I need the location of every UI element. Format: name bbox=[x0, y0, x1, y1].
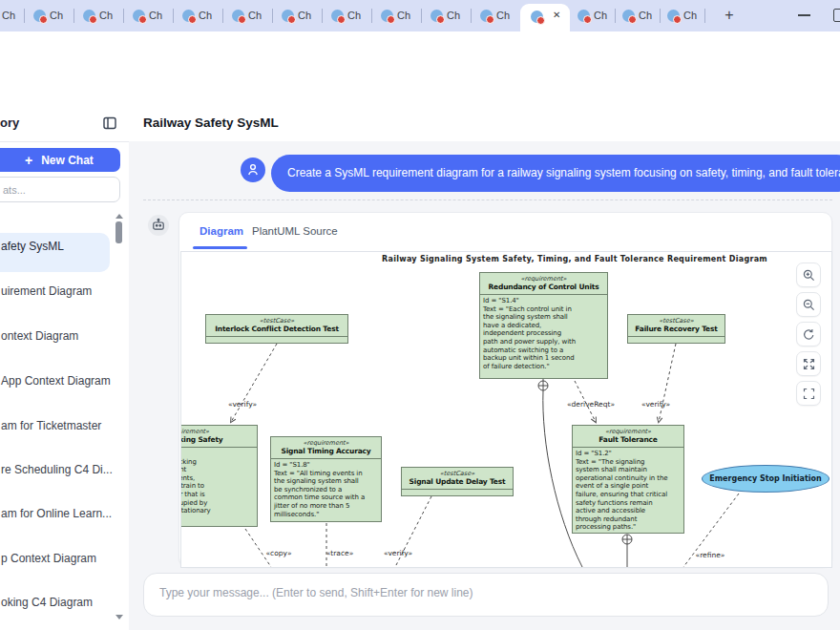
visual-paradigm-favicon bbox=[33, 10, 46, 22]
diagram-title: Railway Signaling System Safety, Timing,… bbox=[365, 255, 785, 263]
diagram-viewport[interactable]: Railway Signaling System Safety, Timing,… bbox=[180, 251, 832, 568]
visual-paradigm-favicon bbox=[480, 10, 493, 22]
tab-separator bbox=[74, 9, 74, 23]
visual-paradigm-favicon bbox=[578, 10, 590, 22]
conversation-title-bar: Railway Safety SysML bbox=[129, 105, 840, 142]
tab-separator bbox=[615, 9, 616, 23]
testcase-box-signal-update-delay: «testCase» Signal Update Delay Test bbox=[401, 467, 514, 496]
requirement-box-fault-tolerance: «requirement» Fault Tolerance Id = "S1.2… bbox=[572, 425, 684, 534]
message-input-container bbox=[143, 573, 829, 617]
edge-label-derivereqt: «deriveReqt» bbox=[567, 400, 615, 409]
search-chats-input[interactable] bbox=[0, 177, 120, 202]
expand-button[interactable] bbox=[796, 351, 821, 376]
assistant-avatar bbox=[148, 215, 169, 236]
visual-paradigm-favicon bbox=[83, 10, 95, 22]
collapse-panel-icon[interactable] bbox=[102, 116, 117, 135]
user-message-bubble: Create a SysML requirement diagram for a… bbox=[271, 155, 840, 192]
visual-paradigm-favicon bbox=[133, 10, 145, 22]
testcase-box-interlock-conflict: «testCase» Interlock Conflict Detection … bbox=[205, 314, 348, 344]
tab-separator bbox=[471, 9, 472, 23]
browser-tab[interactable]: Ch bbox=[578, 0, 625, 32]
requirement-box-interlocking-safety: «requirement» Interlocking Safety Id = "… bbox=[180, 425, 258, 527]
history-header: ory bbox=[0, 105, 129, 142]
visual-paradigm-favicon bbox=[667, 10, 680, 22]
visual-paradigm-favicon bbox=[282, 10, 294, 22]
chat-history-item[interactable]: am for Ticketmaster bbox=[0, 407, 113, 445]
tab-separator bbox=[24, 9, 25, 23]
visual-paradigm-favicon bbox=[430, 10, 443, 22]
zoom-out-button[interactable] bbox=[796, 292, 821, 317]
testcase-box-failure-recovery: «testCase» Failure Recovery Test bbox=[627, 314, 725, 344]
chat-history-item[interactable]: re Scheduling C4 Di... bbox=[0, 451, 113, 489]
tab-separator bbox=[272, 9, 273, 23]
zoom-in-button[interactable] bbox=[796, 262, 821, 287]
message-input[interactable] bbox=[144, 574, 828, 616]
scroll-up-arrow[interactable] bbox=[116, 214, 123, 219]
scroll-down-arrow[interactable] bbox=[116, 615, 123, 620]
conversation-title: Railway Safety SysML bbox=[143, 116, 279, 130]
window-maximize-button[interactable] bbox=[833, 9, 840, 22]
tab-close-icon[interactable]: ✕ bbox=[553, 10, 560, 20]
browser-tab-label[interactable]: Ch bbox=[2, 10, 15, 21]
requirement-box-redundancy: «requirement» Redundancy of Control Unit… bbox=[479, 272, 608, 379]
tab-separator bbox=[371, 9, 372, 23]
chat-history-item[interactable]: afety SysML bbox=[0, 227, 113, 265]
tab-separator bbox=[704, 9, 705, 23]
usecase-ellipse-emergency-stop: Emergency Stop Initiation bbox=[702, 465, 830, 493]
chat-history-item[interactable]: am for Online Learn... bbox=[0, 494, 113, 533]
browser-tab-active[interactable]: ✕ bbox=[520, 4, 570, 32]
tab-diagram[interactable]: Diagram bbox=[200, 225, 243, 237]
assistant-response-card: Diagram PlantUML Source Railway Signalin… bbox=[178, 212, 832, 567]
history-title: ory bbox=[0, 116, 19, 130]
visual-paradigm-favicon bbox=[622, 10, 635, 22]
diagram-controls bbox=[796, 262, 821, 406]
chat-history-item[interactable]: uirement Diagram bbox=[0, 272, 113, 310]
browser-tab[interactable]: Ch bbox=[622, 0, 670, 32]
app-header: atbot al Paradigm AI Assistant for creat… bbox=[0, 65, 840, 106]
user-message-text: Create a SysML requirement diagram for a… bbox=[287, 166, 840, 179]
plus-icon: + bbox=[25, 153, 32, 168]
edge-label-verify: «verify» bbox=[641, 400, 670, 409]
edge-label-copy: «copy» bbox=[266, 549, 292, 557]
chat-history-item[interactable]: App Context Diagram bbox=[0, 362, 113, 400]
tab-separator bbox=[123, 9, 124, 23]
fullscreen-button[interactable] bbox=[796, 381, 821, 406]
sidebar-scrollbar-thumb[interactable] bbox=[116, 221, 122, 243]
history-sidebar: ory + New Chat afety SysML uirement Diag… bbox=[0, 105, 130, 630]
new-tab-button[interactable]: + bbox=[718, 4, 741, 27]
message-divider bbox=[143, 200, 832, 200]
edge-label-verify: «verify» bbox=[228, 400, 257, 409]
visual-paradigm-favicon bbox=[182, 10, 195, 22]
chat-history-item[interactable]: oking C4 Diagram bbox=[0, 583, 113, 621]
tab-separator bbox=[173, 9, 174, 23]
browser-address-bar: ai-toolbox.visual-paradigm.com/app/chatb… bbox=[0, 32, 840, 65]
visual-paradigm-favicon bbox=[531, 10, 543, 23]
browser-tab[interactable]: Ch bbox=[667, 0, 715, 32]
chat-area: Create a SysML requirement diagram for a… bbox=[129, 141, 840, 630]
requirement-box-signal-timing: «requirement» Signal Timing Accuracy Id … bbox=[270, 436, 382, 522]
window-minimize-button[interactable] bbox=[798, 14, 810, 16]
edge-label-verify: «verify» bbox=[384, 549, 412, 557]
browser-tab-strip: Ch Ch Ch Ch Ch Ch Ch Ch Ch Ch Ch ✕ Ch Ch… bbox=[0, 0, 840, 32]
active-tab-underline bbox=[193, 246, 247, 249]
tab-separator bbox=[222, 9, 223, 23]
tab-separator bbox=[660, 9, 661, 23]
edge-label-refine: «refine» bbox=[696, 551, 725, 559]
edge-label-trace: «trace» bbox=[326, 549, 354, 557]
chat-history-item[interactable]: p Context Diagram bbox=[0, 539, 113, 578]
visual-paradigm-favicon bbox=[331, 10, 344, 22]
visual-paradigm-favicon bbox=[232, 10, 244, 22]
visual-paradigm-favicon bbox=[381, 10, 393, 22]
new-chat-button[interactable]: + New Chat bbox=[0, 148, 120, 172]
user-avatar bbox=[241, 158, 265, 182]
chat-history-item[interactable]: ontext Diagram bbox=[0, 317, 113, 355]
reset-view-button[interactable] bbox=[796, 322, 821, 346]
tab-separator bbox=[322, 9, 323, 23]
tab-separator bbox=[421, 9, 422, 23]
tab-plantuml-source[interactable]: PlantUML Source bbox=[252, 225, 338, 237]
